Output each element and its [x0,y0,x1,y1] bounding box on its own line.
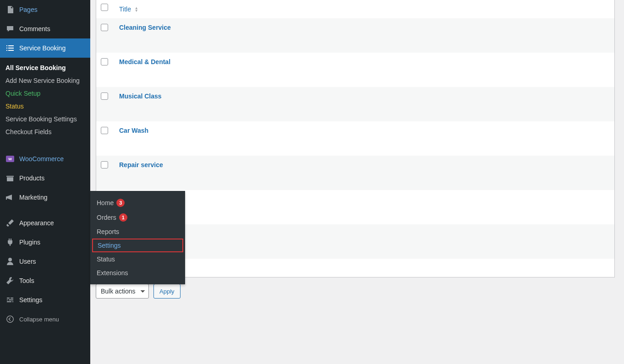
flyout-reports[interactable]: Reports [90,225,185,239]
wrench-icon [5,276,15,285]
woocommerce-flyout: Home 3 Orders 1 Reports Settings Status … [90,191,185,284]
table-row: Medical & Dental [96,53,614,87]
sidebar-label-plugins: Plugins [19,239,40,246]
flyout-settings[interactable]: Settings [92,239,183,252]
list-icon [5,43,15,53]
row-checkbox[interactable] [101,58,108,65]
sidebar-label-comments: Comments [19,25,50,33]
select-all-checkbox-top[interactable] [101,4,108,11]
sidebar-label-users: Users [19,258,36,265]
sidebar-item-plugins[interactable]: Plugins [0,233,90,252]
main-content: Title Cleaning ServiceMedical & DentalMu… [90,0,624,364]
user-icon [5,257,15,266]
products-icon [5,174,15,183]
orders-badge: 1 [119,213,127,222]
sliders-icon [5,295,15,304]
table-row: Repair service [96,156,614,190]
sidebar-item-products[interactable]: Products [0,168,90,188]
pages-icon [5,5,15,14]
submenu-all-service-booking[interactable]: All Service Booking [0,61,90,74]
flyout-extensions[interactable]: Extensions [90,266,185,280]
table-row: Car Wash [96,121,614,156]
sidebar-item-marketing[interactable]: Marketing [0,188,90,207]
sidebar-item-settings[interactable]: Settings [0,290,90,310]
sidebar-label-settings: Settings [19,296,43,304]
sidebar-label-pages: Pages [19,6,38,13]
table-row: Musical Class [96,87,614,121]
row-title-link[interactable]: Medical & Dental [119,58,170,65]
row-title-link[interactable]: Musical Class [119,92,162,100]
sidebar-label-products: Products [19,174,44,182]
sidebar-label-appearance: Appearance [19,219,54,227]
brush-icon [5,218,15,228]
sidebar-label-marketing: Marketing [19,194,47,201]
sidebar-item-tools[interactable]: Tools [0,271,90,290]
svg-point-0 [7,316,13,322]
submenu-status[interactable]: Status [0,100,90,113]
sidebar-label-woocommerce: WooCommerce [19,155,64,163]
sidebar-item-users[interactable]: Users [0,252,90,271]
megaphone-icon [5,193,15,202]
flyout-status[interactable]: Status [90,252,185,266]
flyout-home-label: Home [97,199,114,206]
woocommerce-icon: W [5,154,15,163]
flyout-orders[interactable]: Orders 1 [90,210,185,225]
row-title-link[interactable]: Repair service [119,161,163,168]
submenu-sb-settings[interactable]: Service Booking Settings [0,113,90,125]
comments-icon [5,24,15,33]
row-checkbox[interactable] [101,24,108,31]
row-title-link[interactable]: Cleaning Service [119,24,171,31]
row-checkbox[interactable] [101,161,108,168]
plugin-icon [5,238,15,247]
row-title-link[interactable]: Car Wash [119,127,148,134]
row-checkbox[interactable] [101,92,108,100]
flyout-orders-label: Orders [97,214,116,221]
submenu-quick-setup[interactable]: Quick Setup [0,87,90,100]
column-footer-title[interactable]: Title [115,259,614,277]
sidebar-label-tools: Tools [19,277,34,284]
bulk-action-select[interactable]: Bulk actions [96,284,149,299]
tablenav-bottom: Bulk actions Apply [96,284,615,299]
submenu-checkout-fields[interactable]: Checkout Fields [0,125,90,138]
sort-icon [135,7,138,12]
sidebar-item-woocommerce[interactable]: W WooCommerce [0,149,90,168]
title-header-text: Title [119,5,131,13]
sidebar-item-collapse[interactable]: Collapse menu [0,310,90,329]
service-booking-submenu: All Service Booking Add New Service Book… [0,58,90,143]
home-badge: 3 [116,199,125,207]
submenu-add-new[interactable]: Add New Service Booking [0,74,90,87]
admin-sidebar: Pages Comments Service Booking All Servi… [0,0,90,364]
sidebar-item-comments[interactable]: Comments [0,19,90,38]
column-header-title[interactable]: Title [115,0,614,18]
apply-button[interactable]: Apply [153,284,181,299]
sidebar-item-appearance[interactable]: Appearance [0,213,90,233]
sidebar-label-collapse: Collapse menu [19,316,59,323]
sidebar-item-service-booking[interactable]: Service Booking [0,38,90,58]
table-row: Cleaning Service [96,18,614,53]
collapse-icon [5,315,15,324]
sidebar-item-pages[interactable]: Pages [0,0,90,19]
flyout-home[interactable]: Home 3 [90,196,185,210]
sidebar-label-service-booking: Service Booking [19,44,66,52]
row-checkbox[interactable] [101,127,108,134]
